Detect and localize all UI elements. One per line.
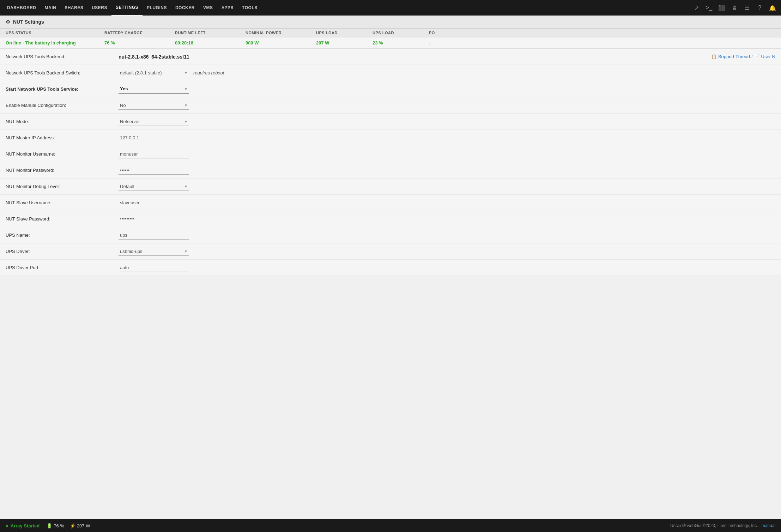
ups-driver-port-value-group bbox=[119, 264, 775, 272]
monitor-pass-label: NUT Monitor Password: bbox=[6, 168, 119, 173]
monitor-user-row: NUT Monitor Username: bbox=[0, 146, 781, 162]
ups-driver-value-group: usbhid-ups bbox=[119, 247, 775, 256]
monitor-user-label: NUT Monitor Username: bbox=[6, 151, 119, 157]
support-thread-link[interactable]: Support Thread bbox=[718, 54, 750, 59]
enable-manual-select-wrapper: No bbox=[119, 101, 189, 110]
backend-switch-label: Network UPS Tools Backend Switch: bbox=[6, 70, 119, 75]
support-thread-icon: 📋 bbox=[711, 54, 717, 59]
nav-docker[interactable]: DOCKER bbox=[171, 0, 199, 16]
monitor-pass-value-group bbox=[119, 166, 775, 175]
master-ip-value-group bbox=[119, 134, 775, 142]
ups-name-row: UPS Name: bbox=[0, 227, 781, 243]
slave-user-row: NUT Slave Username: bbox=[0, 195, 781, 211]
start-service-label: Start Network UPS Tools Service: bbox=[6, 86, 119, 92]
slave-pass-value-group bbox=[119, 215, 775, 223]
monitor-icon[interactable]: ⬛ bbox=[716, 2, 727, 13]
ups-load-w-value: 207 W bbox=[316, 40, 373, 46]
backend-value-group: nut-2.8.1-x86_64-2stable.ssl11 bbox=[119, 54, 711, 60]
col-po: PO bbox=[429, 31, 450, 35]
backend-switch-select[interactable]: default (2.8.1 stable) bbox=[119, 69, 189, 77]
nominal-power-value: 900 W bbox=[246, 40, 316, 46]
ups-load-pct-value: 23 % bbox=[373, 40, 429, 46]
nut-mode-value-group: Netserver bbox=[119, 117, 775, 126]
col-ups-status: UPS STATUS bbox=[6, 31, 104, 35]
nav-apps[interactable]: APPS bbox=[217, 0, 238, 16]
start-service-select-wrapper: Yes bbox=[119, 85, 189, 93]
col-ups-load-pct: UPS LOAD bbox=[373, 31, 429, 35]
monitor-pass-row: NUT Monitor Password: bbox=[0, 162, 781, 179]
status-header-row: UPS STATUS BATTERY CHARGE RUNTIME LEFT N… bbox=[0, 29, 781, 37]
debug-level-select[interactable]: Default bbox=[119, 182, 189, 191]
ups-driver-label: UPS Driver: bbox=[6, 249, 119, 254]
ups-driver-select[interactable]: usbhid-ups bbox=[119, 247, 189, 256]
nav-shares[interactable]: SHARES bbox=[60, 0, 87, 16]
backend-label: Network UPS Tools Backend: bbox=[6, 54, 119, 59]
nut-mode-row: NUT Mode: Netserver bbox=[0, 114, 781, 130]
runtime-left-value: 00:20:16 bbox=[175, 40, 246, 46]
enable-manual-value-group: No bbox=[119, 101, 775, 110]
debug-level-label: NUT Monitor Debug Level: bbox=[6, 184, 119, 189]
ups-driver-port-input[interactable] bbox=[119, 264, 189, 272]
requires-reboot-text: requires reboot bbox=[193, 70, 224, 75]
master-ip-input[interactable] bbox=[119, 134, 189, 142]
master-ip-row: NUT Master IP Address: bbox=[0, 130, 781, 146]
nav-icon-group: ↗ >_ ⬛ 🖥 ☰ ? 🔔 bbox=[691, 2, 778, 13]
slave-pass-label: NUT Slave Password: bbox=[6, 216, 119, 222]
link-separator: / bbox=[751, 54, 753, 59]
nav-tools[interactable]: TOOLS bbox=[238, 0, 262, 16]
ups-name-value-group bbox=[119, 231, 775, 240]
ups-name-input[interactable] bbox=[119, 231, 189, 240]
backend-switch-value-group: default (2.8.1 stable) requires reboot bbox=[119, 69, 775, 77]
start-service-row: Start Network UPS Tools Service: Yes bbox=[0, 81, 781, 97]
settings-section: Network UPS Tools Backend: nut-2.8.1-x86… bbox=[0, 49, 781, 276]
user-notes-link[interactable]: User N bbox=[761, 54, 775, 59]
user-notes-icon: 📄 bbox=[754, 54, 760, 59]
col-battery-charge: BATTERY CHARGE bbox=[104, 31, 175, 35]
bell-icon[interactable]: 🔔 bbox=[767, 2, 778, 13]
top-navigation: DASHBOARD MAIN SHARES USERS SETTINGS PLU… bbox=[0, 0, 781, 16]
nut-mode-label: NUT Mode: bbox=[6, 119, 119, 124]
page-header: ⚙ NUT Settings bbox=[0, 16, 781, 29]
start-service-select[interactable]: Yes bbox=[119, 85, 189, 93]
ups-driver-port-row: UPS Driver Port: bbox=[0, 260, 781, 276]
col-ups-load-w: UPS LOAD bbox=[316, 31, 373, 35]
gear-icon: ⚙ bbox=[6, 19, 10, 25]
terminal-icon[interactable]: >_ bbox=[703, 2, 715, 13]
col-runtime-left: RUNTIME LEFT bbox=[175, 31, 246, 35]
debug-level-value-group: Default bbox=[119, 182, 775, 191]
ups-name-label: UPS Name: bbox=[6, 232, 119, 238]
display-icon[interactable]: 🖥 bbox=[729, 2, 740, 13]
backend-links: 📋 Support Thread / 📄 User N bbox=[711, 54, 775, 59]
nut-mode-select[interactable]: Netserver bbox=[119, 117, 189, 126]
enable-manual-row: Enable Manual Configuration: No bbox=[0, 97, 781, 114]
slave-pass-input[interactable] bbox=[119, 215, 189, 223]
debug-level-row: NUT Monitor Debug Level: Default bbox=[0, 179, 781, 195]
ups-driver-row: UPS Driver: usbhid-ups bbox=[0, 243, 781, 260]
ups-driver-select-wrapper: usbhid-ups bbox=[119, 247, 189, 256]
monitor-pass-input[interactable] bbox=[119, 166, 189, 175]
nav-settings[interactable]: SETTINGS bbox=[111, 0, 143, 16]
nav-vms[interactable]: VMS bbox=[199, 0, 217, 16]
slave-user-value-group bbox=[119, 199, 775, 207]
slave-user-label: NUT Slave Username: bbox=[6, 200, 119, 205]
help-icon[interactable]: ? bbox=[754, 2, 765, 13]
backend-value: nut-2.8.1-x86_64-2stable.ssl11 bbox=[119, 54, 189, 60]
status-values-row: On line - The battery is charging 76 % 0… bbox=[0, 37, 781, 48]
external-link-icon[interactable]: ↗ bbox=[691, 2, 702, 13]
list-icon[interactable]: ☰ bbox=[741, 2, 753, 13]
enable-manual-label: Enable Manual Configuration: bbox=[6, 103, 119, 108]
nav-main[interactable]: MAIN bbox=[41, 0, 61, 16]
slave-user-input[interactable] bbox=[119, 199, 189, 207]
master-ip-label: NUT Master IP Address: bbox=[6, 135, 119, 140]
nav-plugins[interactable]: PLUGINS bbox=[143, 0, 171, 16]
ups-driver-port-label: UPS Driver Port: bbox=[6, 265, 119, 270]
nav-users[interactable]: USERS bbox=[87, 0, 111, 16]
nav-dashboard[interactable]: DASHBOARD bbox=[3, 0, 41, 16]
slave-pass-row: NUT Slave Password: bbox=[0, 211, 781, 227]
backend-row: Network UPS Tools Backend: nut-2.8.1-x86… bbox=[0, 49, 781, 65]
backend-switch-row: Network UPS Tools Backend Switch: defaul… bbox=[0, 65, 781, 81]
ups-status-value: On line - The battery is charging bbox=[6, 40, 104, 46]
monitor-user-input[interactable] bbox=[119, 150, 189, 158]
monitor-user-value-group bbox=[119, 150, 775, 158]
enable-manual-select[interactable]: No bbox=[119, 101, 189, 110]
